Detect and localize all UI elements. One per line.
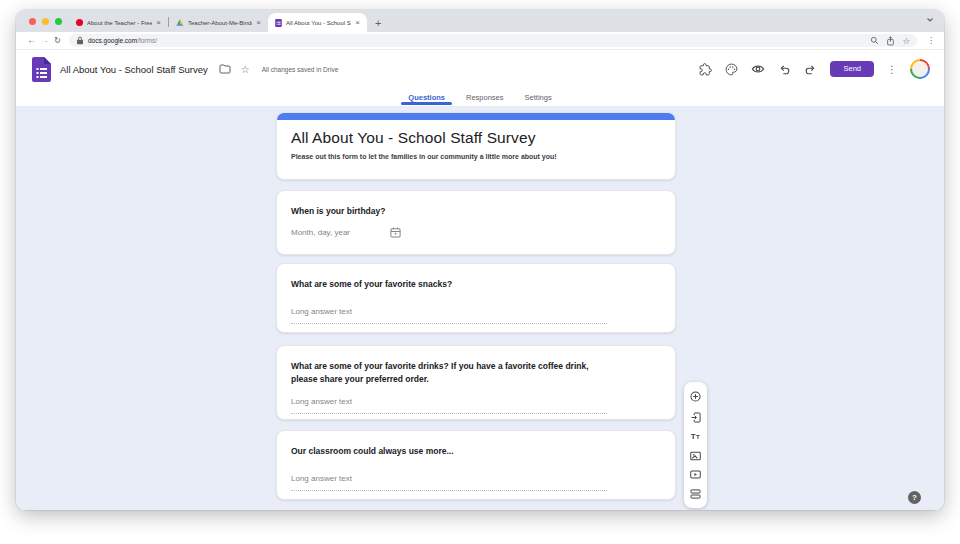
google-forms-favicon bbox=[275, 19, 282, 27]
account-avatar[interactable] bbox=[910, 59, 930, 79]
answer-placeholder: Long answer text bbox=[291, 307, 352, 316]
send-button[interactable]: Send bbox=[830, 61, 874, 77]
question-card-3[interactable]: What are some of your favorite drinks? I… bbox=[276, 345, 676, 420]
tab-title: All About You - School Staff S bbox=[286, 20, 351, 26]
import-questions-icon[interactable] bbox=[691, 412, 701, 423]
browser-toolbar: ← → ↻ docs.google.com/forms/ ☆ bbox=[16, 32, 944, 50]
long-answer-field: Long answer text bbox=[291, 390, 607, 414]
add-question-icon[interactable] bbox=[690, 391, 701, 402]
address-bar[interactable]: docs.google.com/forms/ ☆ bbox=[69, 34, 917, 47]
share-icon[interactable] bbox=[886, 36, 895, 46]
add-section-icon[interactable] bbox=[690, 489, 701, 499]
more-options-icon[interactable]: ⋮ bbox=[887, 64, 897, 75]
close-tab-icon[interactable]: × bbox=[156, 19, 161, 27]
question-toolbar: Tt bbox=[684, 382, 707, 508]
back-button[interactable]: ← bbox=[25, 36, 38, 45]
reload-button[interactable]: ↻ bbox=[51, 36, 64, 45]
form-canvas: All About You - School Staff Survey Plea… bbox=[16, 106, 944, 510]
tab-title: About the Teacher - Free Prin bbox=[87, 20, 152, 26]
calendar-icon[interactable] bbox=[390, 227, 401, 238]
folder-icon[interactable] bbox=[219, 64, 231, 74]
tab-title: Teacher-About-Me-Binder-fro bbox=[188, 20, 252, 26]
question-text[interactable]: What are some of your favorite drinks? I… bbox=[277, 346, 629, 386]
date-answer-field: Month, day, year bbox=[291, 227, 401, 238]
form-nav-tabs: Questions Responses Settings bbox=[16, 88, 944, 106]
new-tab-button[interactable]: + bbox=[375, 18, 381, 29]
browser-tab-strip: About the Teacher - Free Prin × Teacher-… bbox=[16, 10, 944, 32]
close-tab-icon[interactable]: × bbox=[355, 19, 360, 27]
pinterest-favicon bbox=[76, 19, 83, 26]
document-title[interactable]: All About You - School Staff Survey bbox=[60, 64, 208, 75]
browser-menu-icon[interactable]: ⋮ bbox=[927, 36, 935, 45]
question-card-4[interactable]: Our classroom could always use more... L… bbox=[276, 430, 676, 500]
google-drive-favicon bbox=[176, 19, 184, 26]
browser-window: About the Teacher - Free Prin × Teacher-… bbox=[16, 10, 944, 510]
add-text-icon[interactable]: Tt bbox=[691, 432, 701, 441]
window-controls bbox=[16, 10, 69, 32]
undo-icon[interactable] bbox=[778, 64, 791, 75]
answer-placeholder: Long answer text bbox=[291, 474, 352, 483]
question-text[interactable]: When is your birthday? bbox=[277, 191, 675, 218]
form-description[interactable]: Please out this form to let the families… bbox=[277, 147, 675, 160]
question-text[interactable]: What are some of your favorite snacks? bbox=[277, 264, 675, 291]
form-theme-bar bbox=[277, 113, 675, 120]
url-domain: docs.google.com bbox=[88, 37, 137, 44]
tab-questions[interactable]: Questions bbox=[406, 88, 447, 106]
lock-icon bbox=[76, 36, 84, 45]
browser-tab-2[interactable]: Teacher-About-Me-Binder-fro × bbox=[169, 13, 268, 32]
forward-button[interactable]: → bbox=[38, 36, 51, 45]
close-window-button[interactable] bbox=[29, 18, 36, 25]
search-icon[interactable] bbox=[870, 36, 879, 45]
tab-settings[interactable]: Settings bbox=[523, 88, 554, 106]
bookmark-star-icon[interactable]: ☆ bbox=[902, 36, 910, 46]
redo-icon[interactable] bbox=[804, 64, 817, 75]
url-text: docs.google.com/forms/ bbox=[88, 37, 157, 44]
zoom-window-button[interactable] bbox=[55, 18, 62, 25]
google-forms-logo[interactable] bbox=[32, 57, 51, 82]
avatar-image bbox=[912, 61, 928, 77]
question-card-2[interactable]: What are some of your favorite snacks? L… bbox=[276, 263, 676, 333]
browser-tab-active[interactable]: All About You - School Staff S × bbox=[268, 13, 367, 32]
header-actions: Send ⋮ bbox=[699, 59, 930, 79]
url-path: /forms/ bbox=[137, 37, 157, 44]
form-title[interactable]: All About You - School Staff Survey bbox=[277, 120, 675, 147]
form-title-card[interactable]: All About You - School Staff Survey Plea… bbox=[276, 112, 676, 180]
minimize-window-button[interactable] bbox=[42, 18, 49, 25]
add-image-icon[interactable] bbox=[690, 451, 701, 461]
add-ons-icon[interactable] bbox=[699, 63, 712, 76]
browser-tab-1[interactable]: About the Teacher - Free Prin × bbox=[69, 13, 168, 32]
tab-responses[interactable]: Responses bbox=[464, 88, 506, 106]
save-status: All changes saved in Drive bbox=[262, 66, 339, 73]
add-video-icon[interactable] bbox=[690, 470, 701, 479]
customize-theme-icon[interactable] bbox=[725, 63, 738, 76]
omnibox-actions: ☆ bbox=[870, 36, 910, 46]
close-tab-icon[interactable]: × bbox=[256, 19, 261, 27]
doc-meta-actions: ☆ bbox=[219, 64, 250, 75]
question-card-1[interactable]: When is your birthday? Month, day, year bbox=[276, 190, 676, 255]
chevron-down-icon[interactable] bbox=[926, 17, 934, 23]
star-doc-icon[interactable]: ☆ bbox=[241, 64, 250, 75]
date-placeholder: Month, day, year bbox=[291, 228, 350, 237]
help-button[interactable]: ? bbox=[908, 491, 921, 504]
long-answer-field: Long answer text bbox=[291, 300, 607, 324]
answer-placeholder: Long answer text bbox=[291, 397, 352, 406]
forms-app-header: All About You - School Staff Survey ☆ Al… bbox=[16, 50, 944, 88]
long-answer-field: Long answer text bbox=[291, 467, 607, 491]
question-text[interactable]: Our classroom could always use more... bbox=[277, 431, 675, 458]
preview-eye-icon[interactable] bbox=[751, 64, 765, 74]
